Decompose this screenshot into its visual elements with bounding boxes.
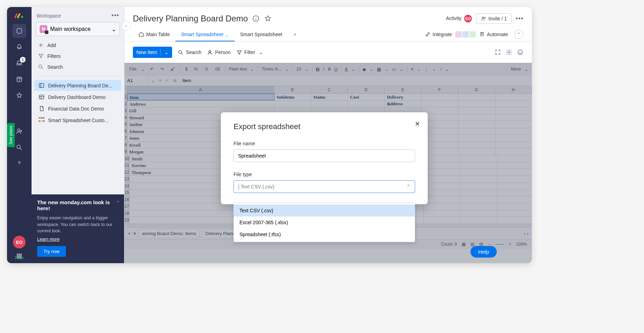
sheet-list-icon[interactable]: ≡ <box>134 231 136 236</box>
tab-add[interactable]: + <box>288 27 302 41</box>
promo-close-icon[interactable]: ⌄ <box>116 198 120 203</box>
svg-point-20 <box>179 50 182 53</box>
chevron-down-icon: ⌄ <box>164 49 169 55</box>
cell-reference[interactable]: A1 <box>124 75 149 86</box>
promo-try-button[interactable]: Try now <box>37 246 66 257</box>
inbox-badge: 1 <box>20 57 26 62</box>
plan-label: Free <box>15 255 24 260</box>
rail-home[interactable] <box>12 24 26 38</box>
svg-point-4 <box>17 145 20 148</box>
board-title: Delivery Planning Board Demo <box>133 14 248 24</box>
help-button[interactable]: Help <box>470 246 497 258</box>
file-type-label: File type <box>233 172 252 177</box>
fx-icon: fx <box>170 78 179 83</box>
svg-point-14 <box>39 65 42 68</box>
rail-inbox[interactable]: 1 <box>12 56 26 70</box>
promo-title: The new monday.com look is here! <box>37 199 118 211</box>
workspace-menu-icon[interactable]: ••• <box>111 12 119 19</box>
see-plans-button[interactable]: See plans <box>7 123 15 147</box>
promo-learn-more[interactable]: Learn more <box>37 237 60 242</box>
option-tfss[interactable]: Spreadsheet (.tfss) <box>234 228 415 240</box>
settings-icon[interactable] <box>506 49 512 55</box>
sheet-tab-0[interactable]: anning Board Demo: Items <box>139 229 199 238</box>
chevron-down-icon: ⌄ <box>111 26 116 33</box>
svg-rect-19 <box>481 33 483 36</box>
promo-card: ⌄ The new monday.com look is here! Enjoy… <box>32 194 124 263</box>
option-csv[interactable]: Text CSV (.csv) <box>234 205 415 217</box>
rail-favorites[interactable] <box>12 88 26 102</box>
search-item[interactable]: Search <box>32 61 124 72</box>
zoom-label: 100% <box>516 242 527 247</box>
svg-point-6 <box>19 254 20 255</box>
tab-smart-2[interactable]: Smart Spreadsheet <box>235 27 288 41</box>
file-name-input[interactable] <box>233 149 415 162</box>
count-label: Count: 0 <box>441 242 457 247</box>
workspace-panel: Workspace ••• M Main workspace ⌄ Add Fil… <box>32 7 124 263</box>
board-menu-icon[interactable]: ••• <box>516 15 523 22</box>
monday-logo[interactable] <box>14 12 25 19</box>
svg-point-21 <box>209 50 211 52</box>
filters-item[interactable]: Filters <box>32 51 124 61</box>
nav-rail: 1 See plans EO Free <box>7 7 32 263</box>
modal-title: Export spreadsheet <box>233 122 415 131</box>
board-item-3[interactable]: Smart Spreadsheet Custo... <box>34 115 121 126</box>
svg-rect-2 <box>17 77 21 82</box>
rail-help[interactable] <box>12 156 26 171</box>
svg-rect-1 <box>17 28 21 33</box>
svg-point-3 <box>18 129 20 131</box>
collapse-sidebar-button[interactable]: ‹ <box>122 21 131 30</box>
workspace-name: Main workspace <box>50 26 91 32</box>
workspace-header: Workspace <box>36 13 61 19</box>
new-item-button[interactable]: New Item⌄ <box>133 47 172 58</box>
workspace-icon: M <box>40 25 47 33</box>
tab-main-table[interactable]: Main Table <box>133 27 175 41</box>
svg-point-22 <box>508 52 510 53</box>
formula-bar[interactable]: Item <box>179 78 191 83</box>
collapse-header-button[interactable]: ⌃ <box>514 30 523 39</box>
add-item[interactable]: Add <box>32 40 124 51</box>
export-modal: ✕ Export spreadsheet File name File type… <box>221 112 428 204</box>
modal-close-icon[interactable]: ✕ <box>415 120 420 128</box>
add-sheet-icon[interactable]: + <box>128 231 131 236</box>
tab-smart-1[interactable]: Smart Spreadsheet ... <box>175 27 234 41</box>
workspace-selector[interactable]: M Main workspace ⌄ <box>36 22 120 36</box>
rail-work[interactable] <box>12 72 26 86</box>
star-icon[interactable] <box>264 15 272 22</box>
file-type-dropdown: Text CSV (.csv) Excel 2007-365 (.xlsx) S… <box>233 203 415 242</box>
board-item-0[interactable]: Delivery Planning Board De... <box>34 80 121 91</box>
user-avatar[interactable]: EO <box>13 236 26 248</box>
info-icon[interactable] <box>252 15 260 22</box>
integration-icons[interactable] <box>455 31 476 38</box>
search-tool[interactable]: Search <box>178 49 201 55</box>
fullscreen-icon[interactable] <box>495 49 501 55</box>
svg-rect-15 <box>39 84 44 87</box>
board-item-1[interactable]: Delivery Dashboard Demo <box>34 92 121 102</box>
filter-tool[interactable]: Filter⌄ <box>236 49 263 55</box>
rail-notifications[interactable] <box>12 40 26 54</box>
file-name-label: File name <box>233 141 255 146</box>
svg-point-7 <box>20 254 21 255</box>
file-type-select[interactable]: | Text CSV (.csv) ⌃ <box>233 180 415 193</box>
chevron-up-icon: ⌃ <box>406 184 411 189</box>
svg-point-5 <box>17 254 18 255</box>
automate-link[interactable]: Automate <box>476 32 511 37</box>
svg-point-0 <box>21 16 23 18</box>
integrate-link[interactable]: Integrate <box>421 32 455 37</box>
board-item-2[interactable]: Financial Data Doc Demo <box>34 103 121 114</box>
smile-icon[interactable] <box>517 49 523 55</box>
person-tool[interactable]: Person <box>207 49 230 55</box>
activity-link[interactable]: Activity EO <box>446 15 472 22</box>
sheet-toolbar[interactable]: File⌄ ↶↷🖌 $%.0.00 Plain text⌄ Times N...… <box>124 63 532 75</box>
option-xlsx[interactable]: Excel 2007-365 (.xlsx) <box>234 217 415 228</box>
svg-rect-16 <box>39 95 44 99</box>
promo-body: Enjoy easier navigation and a bigger wor… <box>37 215 118 234</box>
svg-point-18 <box>482 17 484 18</box>
invite-button[interactable]: Invite / 1 <box>476 13 511 24</box>
grid-icon <box>39 117 45 123</box>
svg-point-23 <box>518 50 523 55</box>
